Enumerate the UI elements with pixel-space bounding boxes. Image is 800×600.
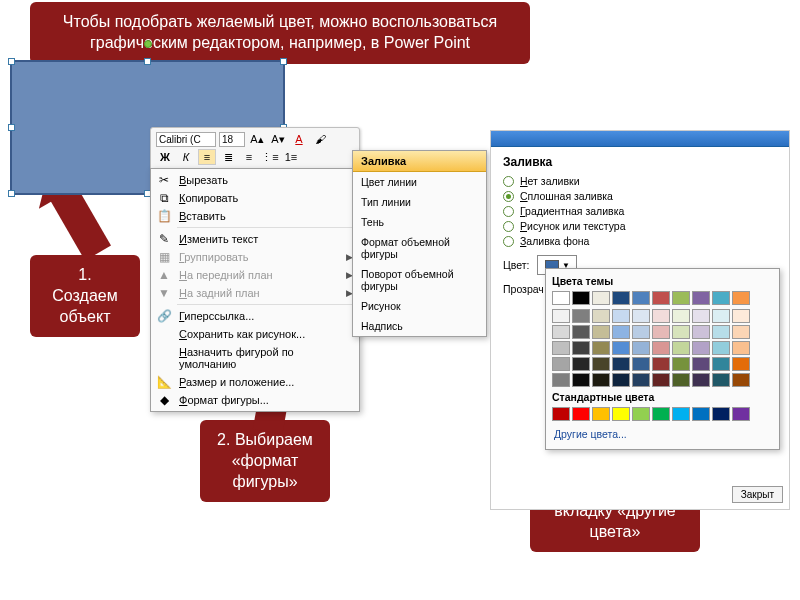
color-swatch[interactable] — [612, 291, 630, 305]
resize-handle[interactable] — [8, 124, 15, 131]
color-swatch[interactable] — [632, 357, 650, 371]
context-menu-item[interactable]: 📐Размер и положение... — [151, 373, 359, 391]
context-menu-item[interactable]: ✂Вырезать — [151, 171, 359, 189]
color-swatch[interactable] — [652, 309, 670, 323]
color-swatch[interactable] — [592, 341, 610, 355]
color-swatch[interactable] — [592, 325, 610, 339]
color-swatch[interactable] — [592, 373, 610, 387]
color-swatch[interactable] — [672, 309, 690, 323]
grow-font-icon[interactable]: A▴ — [248, 131, 266, 147]
font-color-icon[interactable]: A — [290, 131, 308, 147]
color-swatch[interactable] — [572, 407, 590, 421]
fill-option-row[interactable]: Градиентная заливка — [503, 205, 777, 217]
color-swatch[interactable] — [712, 373, 730, 387]
radio-button[interactable] — [503, 236, 514, 247]
fill-option-row[interactable]: Сплошная заливка — [503, 190, 777, 202]
align-center-button[interactable]: ≡ — [198, 149, 216, 165]
color-swatch[interactable] — [692, 309, 710, 323]
color-swatch[interactable] — [712, 309, 730, 323]
color-swatch[interactable] — [692, 291, 710, 305]
color-swatch[interactable] — [552, 309, 570, 323]
resize-handle[interactable] — [144, 58, 151, 65]
color-swatch[interactable] — [672, 407, 690, 421]
color-swatch[interactable] — [632, 341, 650, 355]
color-swatch[interactable] — [612, 357, 630, 371]
align-left-button[interactable]: ≣ — [219, 149, 237, 165]
color-swatch[interactable] — [692, 325, 710, 339]
shrink-font-icon[interactable]: A▾ — [269, 131, 287, 147]
color-swatch[interactable] — [632, 373, 650, 387]
context-menu-item[interactable]: Сохранить как рисунок... — [151, 325, 359, 343]
resize-handle[interactable] — [8, 58, 15, 65]
color-swatch[interactable] — [712, 357, 730, 371]
font-size-select[interactable]: 18 — [219, 132, 245, 147]
color-swatch[interactable] — [672, 373, 690, 387]
close-button[interactable]: Закрыт — [732, 486, 783, 503]
color-swatch[interactable] — [632, 325, 650, 339]
color-swatch[interactable] — [732, 357, 750, 371]
color-swatch[interactable] — [572, 357, 590, 371]
bold-button[interactable]: Ж — [156, 149, 174, 165]
format-category-item[interactable]: Надпись — [353, 316, 486, 336]
context-menu-item[interactable]: 🔗Гиперссылка... — [151, 307, 359, 325]
color-swatch[interactable] — [572, 291, 590, 305]
color-swatch[interactable] — [552, 341, 570, 355]
context-menu-item[interactable]: ◆Формат фигуры... — [151, 391, 359, 409]
resize-handle[interactable] — [280, 58, 287, 65]
color-swatch[interactable] — [552, 373, 570, 387]
color-swatch[interactable] — [632, 291, 650, 305]
color-swatch[interactable] — [652, 341, 670, 355]
color-swatch[interactable] — [732, 341, 750, 355]
color-swatch[interactable] — [732, 373, 750, 387]
format-category-item[interactable]: Формат объемной фигуры — [353, 232, 486, 264]
color-swatch[interactable] — [612, 373, 630, 387]
format-category-item[interactable]: Тень — [353, 212, 486, 232]
fill-option-row[interactable]: Заливка фона — [503, 235, 777, 247]
color-swatch[interactable] — [672, 341, 690, 355]
color-swatch[interactable] — [672, 325, 690, 339]
color-swatch[interactable] — [732, 325, 750, 339]
color-swatch[interactable] — [652, 357, 670, 371]
more-colors-link[interactable]: Другие цвета... — [552, 425, 773, 443]
color-swatch[interactable] — [732, 291, 750, 305]
resize-handle[interactable] — [8, 190, 15, 197]
fill-option-row[interactable]: Рисунок или текстура — [503, 220, 777, 232]
color-swatch[interactable] — [552, 357, 570, 371]
color-swatch[interactable] — [712, 291, 730, 305]
color-swatch[interactable] — [652, 325, 670, 339]
bullets-button[interactable]: ⋮≡ — [261, 149, 279, 165]
color-swatch[interactable] — [572, 373, 590, 387]
color-swatch[interactable] — [732, 407, 750, 421]
color-swatch[interactable] — [572, 309, 590, 323]
format-category-fill[interactable]: Заливка — [353, 151, 486, 172]
context-menu-item[interactable]: ⧉Копировать — [151, 189, 359, 207]
color-swatch[interactable] — [592, 357, 610, 371]
color-swatch[interactable] — [612, 341, 630, 355]
radio-button[interactable] — [503, 221, 514, 232]
color-swatch[interactable] — [692, 357, 710, 371]
radio-button[interactable] — [503, 206, 514, 217]
format-category-item[interactable]: Тип линии — [353, 192, 486, 212]
color-swatch[interactable] — [712, 407, 730, 421]
color-swatch[interactable] — [712, 325, 730, 339]
color-swatch[interactable] — [712, 341, 730, 355]
color-swatch[interactable] — [652, 291, 670, 305]
radio-button[interactable] — [503, 191, 514, 202]
color-swatch[interactable] — [612, 309, 630, 323]
color-swatch[interactable] — [672, 291, 690, 305]
color-swatch[interactable] — [592, 309, 610, 323]
color-swatch[interactable] — [572, 341, 590, 355]
rotate-handle[interactable] — [144, 40, 152, 48]
context-menu-item[interactable]: ✎Изменить текст — [151, 230, 359, 248]
radio-button[interactable] — [503, 176, 514, 187]
color-swatch[interactable] — [692, 341, 710, 355]
color-swatch[interactable] — [552, 291, 570, 305]
context-menu-item[interactable]: Назначить фигурой по умолчанию — [151, 343, 359, 373]
color-swatch[interactable] — [692, 407, 710, 421]
font-select[interactable]: Calibri (С — [156, 132, 216, 147]
color-swatch[interactable] — [672, 357, 690, 371]
format-category-item[interactable]: Рисунок — [353, 296, 486, 316]
numbering-button[interactable]: 1≡ — [282, 149, 300, 165]
color-swatch[interactable] — [612, 325, 630, 339]
italic-button[interactable]: К — [177, 149, 195, 165]
